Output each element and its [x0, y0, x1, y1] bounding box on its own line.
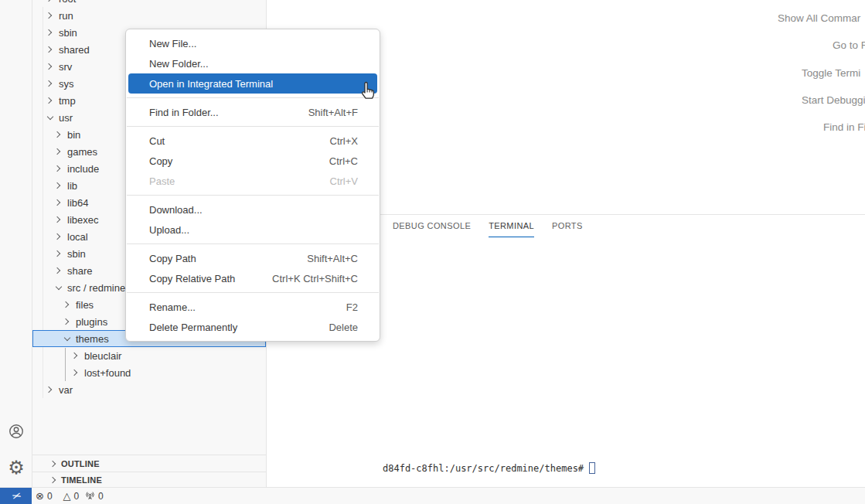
remote-icon: >< — [11, 491, 20, 501]
terminal-cursor — [589, 462, 595, 474]
tree-item-label: themes — [76, 333, 109, 345]
menu-item-label: New File... — [149, 38, 358, 49]
menu-item-shortcut: Ctrl+V — [330, 175, 358, 187]
settings-gear-icon[interactable]: ⚙ — [0, 451, 32, 484]
chevron-right-icon — [54, 266, 63, 275]
watermark-shortcut-hint: Find in Fi — [823, 121, 865, 133]
panel-tab-debug-console[interactable]: DEBUG CONSOLE — [393, 215, 471, 237]
menu-separator — [127, 292, 379, 293]
menu-item-label: Delete Permanently — [149, 322, 329, 333]
menu-item-find-in-folder[interactable]: Find in Folder...Shift+Alt+F — [126, 102, 380, 122]
tree-item-label: root — [59, 0, 76, 5]
watermark-shortcut-hint: Start Debuggi — [802, 94, 865, 106]
chevron-right-icon — [46, 11, 55, 20]
menu-separator — [127, 97, 379, 98]
tree-item-root[interactable]: root — [32, 0, 266, 7]
outline-section-header[interactable]: OUTLINE — [32, 455, 266, 472]
tree-item-label: var — [59, 384, 73, 396]
tree-item-var[interactable]: var — [32, 381, 266, 398]
radio-tower-icon — [85, 491, 95, 501]
chevron-right-icon — [54, 215, 63, 224]
menu-item-label: Paste — [149, 175, 330, 187]
terminal-prompt: d84fd-c8fhl:/usr/src/redmine/themes# — [383, 463, 584, 474]
tree-item-label: libexec — [67, 214, 98, 226]
tree-item-label: sbin — [59, 27, 77, 39]
vscode-window: ⚙ rootrunsbinsharedsrvsystmpusrbingamesi… — [0, 0, 865, 504]
menu-item-new-file[interactable]: New File... — [126, 33, 380, 53]
chevron-right-icon — [46, 96, 55, 105]
tree-item-label: lib — [67, 180, 77, 192]
menu-item-shortcut: Shift+Alt+F — [308, 107, 358, 118]
menu-item-label: Open in Integrated Terminal — [149, 78, 358, 90]
menu-item-download[interactable]: Download... — [126, 199, 380, 220]
menu-item-open-in-integrated-terminal[interactable]: Open in Integrated Terminal — [128, 73, 377, 94]
warning-icon: △ — [63, 491, 71, 501]
tree-item-label: local — [67, 231, 88, 243]
tree-item-label: srv — [59, 61, 72, 73]
chevron-right-icon — [46, 0, 55, 3]
chevron-right-icon — [46, 62, 55, 71]
activity-bar: ⚙ — [0, 0, 32, 487]
tree-item-bleuclair[interactable]: bleuclair — [32, 347, 266, 364]
timeline-label: TIMELINE — [61, 475, 102, 485]
menu-item-new-folder[interactable]: New Folder... — [126, 53, 380, 73]
problems-status[interactable]: ⊗ 0 △ 0 — [36, 488, 79, 504]
tree-item-label: shared — [59, 44, 90, 56]
chevron-right-icon — [54, 249, 63, 258]
menu-item-copy-path[interactable]: Copy PathShift+Alt+C — [126, 248, 380, 268]
tree-item-label: tmp — [59, 95, 76, 107]
menu-item-label: Rename... — [149, 301, 346, 313]
tree-item-label: bin — [67, 129, 80, 141]
menu-item-delete-permanently[interactable]: Delete PermanentlyDelete — [126, 317, 380, 337]
chevron-right-icon — [54, 147, 63, 156]
chevron-right-icon — [71, 351, 80, 360]
chevron-right-icon — [63, 317, 72, 326]
chevron-right-icon — [46, 385, 55, 394]
panel-tab-terminal[interactable]: TERMINAL — [489, 215, 534, 237]
tree-item-label: games — [67, 146, 97, 158]
menu-item-cut[interactable]: CutCtrl+X — [126, 131, 380, 151]
error-count: 0 — [47, 491, 53, 502]
menu-item-label: Copy Relative Path — [149, 273, 272, 284]
menu-item-shortcut: Ctrl+X — [330, 135, 358, 147]
menu-item-paste: PasteCtrl+V — [126, 171, 380, 191]
menu-item-label: Find in Folder... — [149, 107, 308, 118]
tree-item-label: sys — [59, 78, 74, 90]
chevron-right-icon — [54, 164, 63, 173]
explorer-context-menu: New File...New Folder...Open in Integrat… — [125, 29, 380, 342]
chevron-down-icon — [54, 283, 63, 292]
remote-indicator[interactable]: >< — [0, 488, 32, 504]
chevron-right-icon — [54, 130, 63, 139]
tree-item-label: include — [67, 163, 99, 175]
menu-item-label: New Folder... — [149, 58, 358, 70]
tree-item-label: plugins — [76, 316, 107, 328]
tree-item-label: usr — [59, 112, 73, 124]
menu-separator — [127, 126, 379, 127]
menu-item-label: Download... — [149, 204, 358, 216]
tree-item-label: sbin — [67, 248, 86, 260]
tree-item-label: lost+found — [84, 367, 131, 379]
account-icon[interactable] — [0, 415, 32, 448]
warning-count: 0 — [74, 491, 80, 502]
ports-status[interactable]: 0 — [85, 488, 104, 504]
timeline-section-header[interactable]: TIMELINE — [32, 472, 266, 487]
tree-item-lost+found[interactable]: lost+found — [32, 364, 266, 381]
tree-item-run[interactable]: run — [32, 7, 266, 24]
menu-item-label: Upload... — [149, 224, 358, 236]
menu-item-rename[interactable]: Rename...F2 — [126, 297, 380, 317]
chevron-right-icon — [71, 368, 80, 377]
menu-item-shortcut: Ctrl+C — [329, 155, 358, 167]
outline-label: OUTLINE — [61, 459, 100, 468]
menu-item-shortcut: Ctrl+K Ctrl+Shift+C — [272, 273, 358, 284]
terminal-content[interactable]: d84fd-c8fhl:/usr/src/redmine/themes# — [383, 462, 595, 474]
menu-item-copy[interactable]: CopyCtrl+C — [126, 151, 380, 171]
chevron-right-icon — [63, 300, 72, 309]
watermark-shortcut-hint: Go to F — [833, 39, 865, 51]
menu-item-copy-relative-path[interactable]: Copy Relative PathCtrl+K Ctrl+Shift+C — [126, 268, 380, 288]
chevron-right-icon — [54, 181, 63, 190]
watermark-shortcut-hint: Show All Commar — [778, 12, 860, 24]
chevron-right-icon — [49, 475, 59, 485]
tree-item-label: bleuclair — [84, 350, 121, 362]
panel-tab-ports[interactable]: PORTS — [552, 215, 583, 237]
menu-item-upload[interactable]: Upload... — [126, 220, 380, 240]
